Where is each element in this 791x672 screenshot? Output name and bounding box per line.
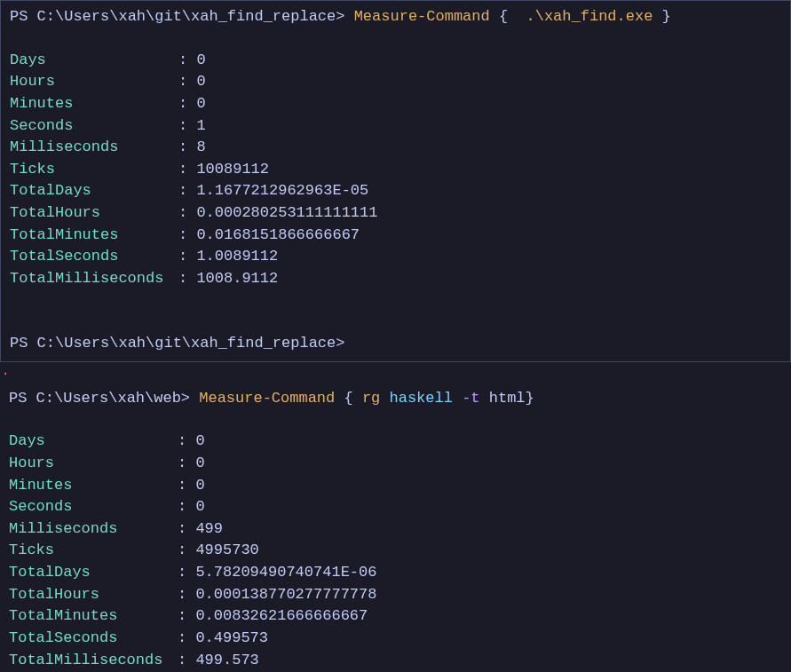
prop-value: 5.78209490740741E-06 <box>195 562 376 584</box>
prop-name: Hours <box>10 71 178 93</box>
output-row: TotalHours: 0.000280253111111111 <box>10 202 781 225</box>
colon: : <box>178 246 196 268</box>
colon: : <box>178 650 195 672</box>
executable-name: .\xah_find.exe <box>526 8 653 25</box>
prop-value: 0.00832621666666667 <box>195 605 368 628</box>
flag-t: -t <box>462 390 479 407</box>
terminal-pane-2[interactable]: PS C:\Users\xah\web> Measure-Command { r… <box>0 381 791 672</box>
brace-open: { <box>335 390 362 407</box>
colon: : <box>178 225 196 247</box>
command-line-3: PS C:\Users\xah\web> Measure-Command { r… <box>9 388 782 410</box>
prop-value: 0.000138770277777778 <box>195 584 376 606</box>
colon: : <box>178 431 195 453</box>
prop-value: 1008.9112 <box>196 268 278 290</box>
prop-name: Hours <box>9 453 178 475</box>
prop-name: TotalHours <box>10 202 178 225</box>
prop-value: 499.573 <box>195 650 258 672</box>
prop-value: 4995730 <box>195 540 258 562</box>
output-row: Milliseconds: 499 <box>9 518 782 541</box>
command-line-2: PS C:\Users\xah\git\xah_find_replace> <box>10 333 781 355</box>
prop-value: 0 <box>195 475 204 497</box>
command-rg: rg <box>362 390 380 407</box>
prop-value: 0.000280253111111111 <box>196 202 377 225</box>
output-row: TotalMilliseconds: 499.573 <box>9 650 782 672</box>
colon: : <box>178 93 196 115</box>
output-row: Hours: 0 <box>9 453 782 475</box>
output-row: Days: 0 <box>9 431 782 453</box>
output-row: Minutes: 0 <box>9 475 782 497</box>
prop-name: Seconds <box>9 496 178 518</box>
prop-name: TotalSeconds <box>9 628 178 650</box>
prop-name: Milliseconds <box>9 518 178 541</box>
prop-name: TotalHours <box>9 584 178 606</box>
prompt-path: C:\Users\xah\web> <box>36 390 200 407</box>
output-row: TotalSeconds: 1.0089112 <box>10 246 781 268</box>
blank-line <box>10 312 781 333</box>
colon: : <box>178 115 196 138</box>
prop-name: Minutes <box>9 475 178 497</box>
output-row: TotalMinutes: 0.00832621666666667 <box>9 605 782 628</box>
output-row: TotalMinutes: 0.0168151866666667 <box>10 225 781 247</box>
artifact-dot: . <box>0 362 791 380</box>
prompt-ps: PS <box>9 390 36 407</box>
prop-name: Ticks <box>10 159 178 181</box>
prop-value: 1.0089112 <box>196 246 278 268</box>
prop-name: Minutes <box>10 93 178 115</box>
colon: : <box>178 496 195 518</box>
output-row: Ticks: 4995730 <box>9 540 782 562</box>
prop-value: 0.0168151866666667 <box>196 225 360 247</box>
colon: : <box>178 71 196 93</box>
colon: : <box>178 628 195 650</box>
output-block-1: Days: 0 Hours: 0 Minutes: 0 Seconds: 1 M… <box>10 50 781 290</box>
brace-close: } <box>653 8 670 25</box>
colon: : <box>178 518 195 541</box>
output-row: Minutes: 0 <box>10 93 781 115</box>
prop-value: 1 <box>196 115 205 138</box>
output-row: Seconds: 1 <box>10 115 781 138</box>
prompt-ps: PS <box>10 8 37 25</box>
output-row: TotalDays: 1.1677212962963E-05 <box>10 180 781 202</box>
prop-name: TotalSeconds <box>10 246 178 268</box>
terminal-pane-1[interactable]: PS C:\Users\xah\git\xah_find_replace> Me… <box>0 0 791 362</box>
prop-value: 0.499573 <box>195 628 268 650</box>
colon: : <box>178 475 195 497</box>
colon: : <box>178 540 195 562</box>
prop-value: 0 <box>195 453 204 475</box>
brace-open: { <box>490 8 526 25</box>
prop-name: Seconds <box>10 115 178 138</box>
arg-haskell: haskell <box>380 390 462 407</box>
prompt-path: C:\Users\xah\git\xah_find_replace> <box>37 335 345 352</box>
colon: : <box>178 605 195 628</box>
prop-value: 0 <box>195 496 204 518</box>
blank-line <box>10 290 781 312</box>
prop-name: TotalMinutes <box>10 225 178 247</box>
arg-html: html <box>480 390 526 407</box>
prop-name: Days <box>9 431 178 453</box>
output-row: Days: 0 <box>10 50 781 72</box>
command-line-1: PS C:\Users\xah\git\xah_find_replace> Me… <box>10 6 781 28</box>
colon: : <box>178 137 196 159</box>
prop-value: 0 <box>196 50 205 72</box>
output-row: TotalDays: 5.78209490740741E-06 <box>9 562 782 584</box>
prop-value: 0 <box>195 431 204 453</box>
output-row: Milliseconds: 8 <box>10 137 781 159</box>
prop-name: TotalMinutes <box>9 605 178 628</box>
cmdlet-name: Measure-Command <box>354 8 490 25</box>
prop-name: Ticks <box>9 540 178 562</box>
prompt-ps: PS <box>10 335 37 352</box>
prop-name: TotalMilliseconds <box>9 650 178 672</box>
colon: : <box>178 268 196 290</box>
prop-value: 8 <box>196 137 205 159</box>
cmdlet-name: Measure-Command <box>199 390 335 407</box>
brace-close: } <box>526 390 534 407</box>
prop-value: 1.1677212962963E-05 <box>196 180 368 202</box>
colon: : <box>178 159 196 181</box>
colon: : <box>178 453 195 475</box>
output-row: TotalHours: 0.000138770277777778 <box>9 584 782 606</box>
output-row: TotalSeconds: 0.499573 <box>9 628 782 650</box>
prop-name: TotalDays <box>10 180 178 202</box>
prop-value: 0 <box>196 71 205 93</box>
prop-value: 0 <box>196 93 205 115</box>
prop-name: TotalMilliseconds <box>10 268 178 290</box>
colon: : <box>178 50 196 72</box>
